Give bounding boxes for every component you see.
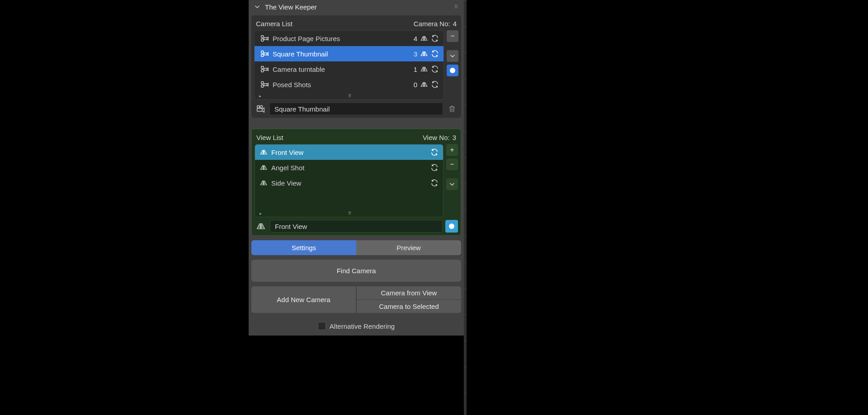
view-section: View List View No: 3 Front View (251, 129, 461, 236)
camera-active-indicator[interactable] (447, 65, 458, 76)
alternative-rendering-checkbox[interactable] (318, 322, 326, 330)
camera-count: 4 (453, 20, 457, 28)
camera-name: Camera turntable (273, 65, 325, 73)
camera-name: Square Thumbnail (273, 50, 328, 58)
svg-point-7 (261, 70, 264, 72)
camera-list[interactable]: Product Page Pictures 4 Square Thumbnail… (254, 30, 444, 100)
panel-title: The View Keeper (265, 3, 317, 11)
refresh-icon[interactable] (431, 80, 439, 89)
svg-rect-11 (264, 84, 267, 86)
refresh-icon[interactable] (431, 34, 439, 42)
view-row[interactable]: Front View (255, 145, 443, 160)
svg-point-4 (261, 54, 264, 57)
add-new-camera-button[interactable]: Add New Camera (251, 286, 356, 313)
camera-list-heading: Camera List (256, 20, 292, 28)
delete-camera-button[interactable] (446, 103, 458, 115)
view-name: Front View (271, 149, 303, 156)
camera-row-count: 3 (414, 50, 417, 58)
svg-point-6 (261, 66, 264, 69)
movie-camera-icon (254, 103, 267, 115)
refresh-icon[interactable] (430, 163, 439, 172)
refresh-icon[interactable] (431, 65, 439, 73)
svg-point-1 (261, 39, 264, 42)
add-view-button[interactable]: + (446, 144, 458, 156)
camera-icon (259, 79, 269, 89)
view-keeper-panel: The View Keeper ⠿ Camera List Camera No:… (249, 0, 464, 336)
svg-point-13 (260, 106, 263, 108)
camera-section: Camera List Camera No: 4 Product Page Pi… (251, 15, 461, 118)
view-name-input[interactable] (270, 220, 443, 233)
resize-grip-icon[interactable]: ⠿ (348, 211, 352, 216)
grid-icon[interactable] (420, 34, 428, 42)
view-list-footer[interactable]: ▸ ⠿ (255, 210, 443, 217)
camera-name: Posed Shots (273, 81, 311, 89)
svg-point-3 (261, 51, 264, 54)
view-count-label: View No: (423, 134, 450, 141)
grid-icon (259, 179, 268, 187)
tab-preview[interactable]: Preview (356, 240, 461, 255)
camera-menu-button[interactable] (447, 50, 458, 62)
grid-icon (255, 220, 267, 233)
view-name: Angel Shot (271, 164, 304, 172)
chevron-down-icon (253, 3, 261, 11)
grid-icon[interactable] (420, 65, 428, 73)
camera-count-label: Camera No: (414, 20, 450, 28)
tab-settings[interactable]: Settings (251, 240, 356, 255)
svg-rect-5 (264, 53, 267, 55)
svg-point-0 (261, 36, 264, 38)
camera-from-view-button[interactable]: Camera from View (357, 286, 461, 299)
view-list[interactable]: Front View Angel Shot Si (255, 144, 443, 217)
camera-action-grid: Add New Camera Camera from View Camera t… (251, 286, 461, 313)
right-ruler (464, 0, 467, 415)
remove-camera-button[interactable]: − (447, 30, 458, 42)
resize-grip-icon[interactable]: ⠿ (348, 93, 352, 98)
tabs: Settings Preview (251, 240, 461, 255)
svg-rect-8 (264, 68, 267, 70)
svg-point-9 (261, 82, 264, 84)
grid-icon (259, 148, 268, 156)
view-name: Side View (271, 179, 301, 187)
camera-row-count: 0 (414, 81, 417, 89)
camera-row[interactable]: Posed Shots 0 (255, 77, 443, 92)
refresh-icon[interactable] (430, 148, 439, 156)
find-camera-button[interactable]: Find Camera (251, 260, 461, 282)
camera-row[interactable]: Camera turntable 1 (255, 61, 443, 77)
grid-icon (259, 163, 268, 172)
camera-row-count: 1 (414, 65, 417, 73)
camera-list-footer[interactable]: ▸ ⠿ (255, 92, 443, 99)
camera-row[interactable]: Product Page Pictures 4 (255, 31, 443, 46)
camera-icon (259, 64, 269, 74)
grid-icon[interactable] (420, 50, 428, 58)
svg-rect-14 (257, 108, 262, 111)
camera-to-selected-button[interactable]: Camera to Selected (357, 300, 461, 313)
view-list-heading: View List (256, 134, 283, 141)
alternative-rendering-label: Alternative Rendering (330, 322, 395, 330)
camera-icon (259, 33, 269, 43)
svg-point-12 (257, 106, 260, 108)
panel-header[interactable]: The View Keeper ⠿ (249, 0, 464, 14)
view-count: 3 (453, 134, 456, 141)
view-active-indicator[interactable] (445, 220, 458, 233)
camera-name: Product Page Pictures (273, 35, 340, 42)
camera-row-count: 4 (414, 35, 417, 42)
grid-icon[interactable] (420, 80, 428, 89)
expand-icon[interactable]: ▸ (259, 211, 262, 216)
view-menu-button[interactable] (446, 178, 458, 190)
expand-icon[interactable]: ▸ (259, 93, 261, 98)
refresh-icon[interactable] (431, 50, 439, 58)
svg-point-10 (261, 85, 264, 88)
remove-view-button[interactable]: − (446, 159, 458, 170)
svg-rect-2 (264, 37, 267, 40)
alternative-rendering-row[interactable]: Alternative Rendering (249, 322, 464, 330)
refresh-icon[interactable] (430, 179, 439, 187)
drag-grip-icon[interactable]: ⠿ (454, 4, 458, 10)
view-row[interactable]: Angel Shot (255, 160, 443, 175)
camera-icon (259, 49, 269, 59)
camera-row[interactable]: Square Thumbnail 3 (255, 46, 443, 61)
view-row[interactable]: Side View (255, 175, 443, 191)
camera-name-input[interactable] (269, 103, 443, 115)
